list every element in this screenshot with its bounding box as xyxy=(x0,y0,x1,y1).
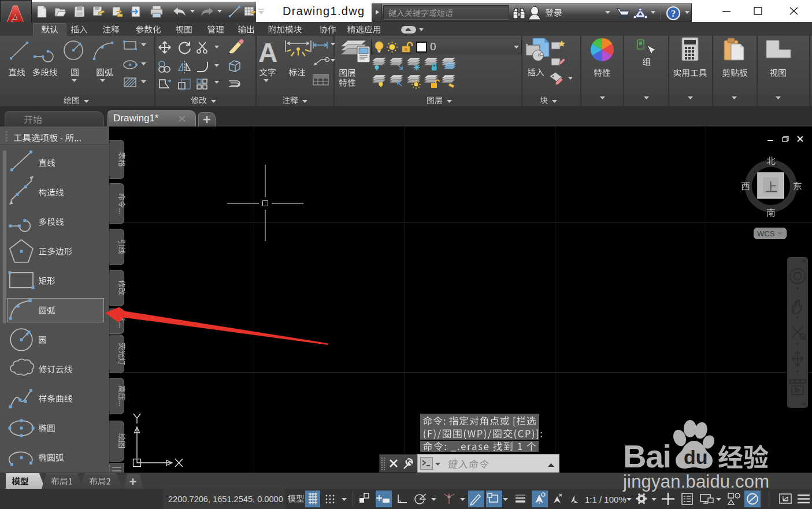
svg-text:?: ? xyxy=(671,8,676,19)
